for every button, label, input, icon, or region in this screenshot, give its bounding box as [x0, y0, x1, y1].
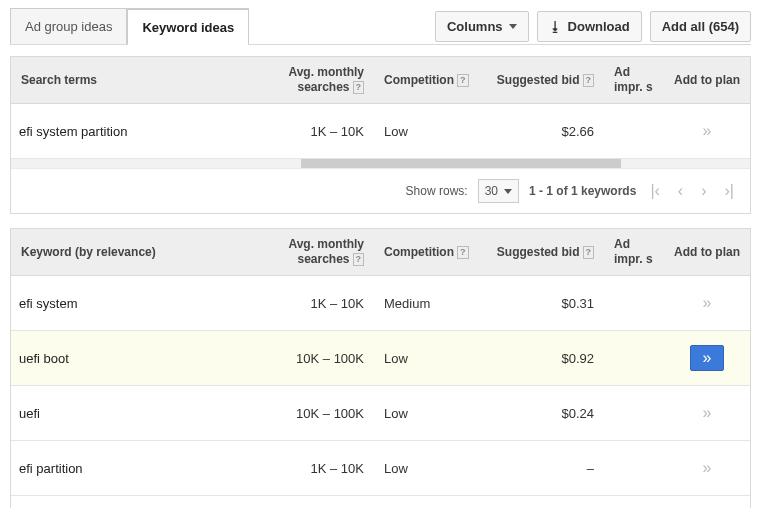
bid-cell: $3.61	[484, 502, 604, 509]
avg-cell: 10K – 100K	[274, 337, 374, 380]
avg-cell: 1K – 10K	[274, 502, 374, 509]
impr-cell	[604, 399, 664, 427]
bid-cell: $0.24	[484, 392, 604, 435]
caret-down-icon	[504, 189, 512, 194]
add-all-label: Add all (654)	[662, 19, 739, 34]
avg-cell: 1K – 10K	[274, 447, 374, 490]
add-all-button[interactable]: Add all (654)	[650, 11, 751, 42]
impr-cell	[604, 454, 664, 482]
competition-cell: Low	[374, 110, 484, 153]
col-suggested-bid[interactable]: Suggested bid?	[484, 237, 604, 268]
horizontal-scrollbar[interactable]	[11, 158, 750, 168]
impr-cell	[604, 117, 664, 145]
col-ad-impr[interactable]: Ad impr. s	[604, 57, 664, 103]
bid-cell: –	[484, 447, 604, 490]
bid-cell: $0.31	[484, 282, 604, 325]
caret-down-icon	[509, 24, 517, 29]
avg-cell: 1K – 10K	[274, 282, 374, 325]
competition-cell: Low	[374, 447, 484, 490]
competition-cell: Low	[374, 502, 484, 509]
competition-cell: Low	[374, 392, 484, 435]
avg-cell: 1K – 10K	[274, 110, 374, 153]
table-row: uefi boot10K – 100KLow$0.92»	[11, 330, 750, 385]
col-suggested-bid[interactable]: Suggested bid?	[484, 65, 604, 96]
impr-cell	[604, 344, 664, 372]
bid-cell: $0.92	[484, 337, 604, 380]
table-row: efi boot1K – 10KLow$3.61»	[11, 495, 750, 508]
competition-cell: Medium	[374, 282, 484, 325]
pager-next-icon[interactable]: ›	[697, 182, 710, 200]
pager-range: 1 - 1 of 1 keywords	[529, 184, 636, 198]
help-icon[interactable]: ?	[353, 81, 365, 94]
help-icon[interactable]: ?	[353, 253, 365, 266]
tab-keyword-ideas[interactable]: Keyword ideas	[127, 8, 249, 45]
rows-per-page-select[interactable]: 30	[478, 179, 519, 203]
download-button[interactable]: ⭳ Download	[537, 11, 642, 42]
columns-label: Columns	[447, 19, 503, 34]
help-icon[interactable]: ?	[457, 74, 469, 87]
add-to-plan-button[interactable]: »	[690, 455, 724, 481]
keyword-cell[interactable]: uefi boot	[11, 337, 274, 380]
col-competition[interactable]: Competition?	[374, 65, 484, 96]
col-keyword-relevance[interactable]: Keyword (by relevance)	[11, 237, 274, 268]
keyword-cell[interactable]: efi system partition	[11, 110, 274, 153]
col-ad-impr[interactable]: Ad impr. s	[604, 229, 664, 275]
table-row: efi partition1K – 10KLow–»	[11, 440, 750, 495]
add-to-plan-button[interactable]: »	[690, 118, 724, 144]
keyword-cell[interactable]: efi partition	[11, 447, 274, 490]
download-icon: ⭳	[549, 19, 562, 34]
table-row: efi system1K – 10KMedium$0.31»	[11, 276, 750, 330]
columns-button[interactable]: Columns	[435, 11, 529, 42]
col-add-to-plan: Add to plan	[664, 237, 750, 268]
table-row: uefi10K – 100KLow$0.24»	[11, 385, 750, 440]
add-to-plan-button[interactable]: »	[690, 400, 724, 426]
col-avg-searches[interactable]: Avg. monthly searches?	[274, 229, 374, 275]
bid-cell: $2.66	[484, 110, 604, 153]
col-add-to-plan: Add to plan	[664, 65, 750, 96]
pager-last-icon[interactable]: ›|	[721, 182, 738, 200]
col-avg-searches[interactable]: Avg. monthly searches?	[274, 57, 374, 103]
add-to-plan-button[interactable]: »	[690, 345, 724, 371]
pager-first-icon[interactable]: |‹	[646, 182, 663, 200]
keyword-cell[interactable]: efi system	[11, 282, 274, 325]
help-icon[interactable]: ?	[457, 246, 469, 259]
impr-cell	[604, 289, 664, 317]
add-to-plan-button[interactable]: »	[690, 290, 724, 316]
pager-prev-icon[interactable]: ‹	[674, 182, 687, 200]
help-icon[interactable]: ?	[583, 246, 595, 259]
table-row: efi system partition1K – 10KLow$2.66»	[11, 104, 750, 158]
keyword-cell[interactable]: efi boot	[11, 502, 274, 509]
competition-cell: Low	[374, 337, 484, 380]
keyword-cell[interactable]: uefi	[11, 392, 274, 435]
col-competition[interactable]: Competition?	[374, 237, 484, 268]
tab-ad-group-ideas[interactable]: Ad group ideas	[10, 8, 127, 45]
scrollbar-thumb[interactable]	[301, 159, 621, 168]
show-rows-label: Show rows:	[406, 184, 468, 198]
download-label: Download	[568, 19, 630, 34]
col-search-terms[interactable]: Search terms	[11, 65, 274, 96]
avg-cell: 10K – 100K	[274, 392, 374, 435]
help-icon[interactable]: ?	[583, 74, 595, 87]
